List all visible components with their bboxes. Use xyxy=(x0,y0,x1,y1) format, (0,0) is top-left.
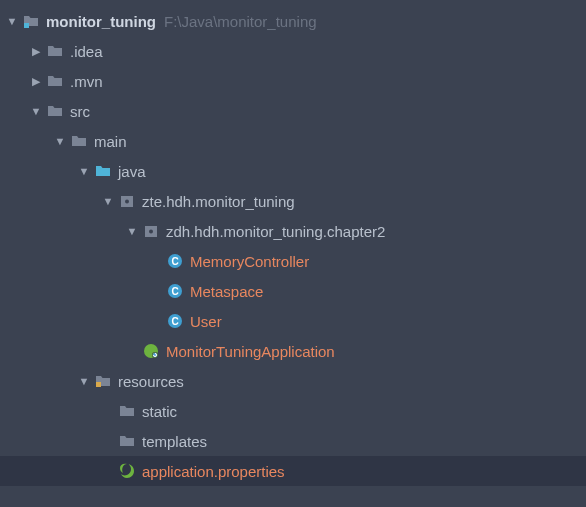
class-label: MemoryController xyxy=(190,253,309,270)
chevron-down-icon: ▼ xyxy=(126,225,138,237)
file-label: application.properties xyxy=(142,463,285,480)
folder-main[interactable]: ▼ main xyxy=(0,126,586,156)
folder-label: static xyxy=(142,403,177,420)
folder-label: java xyxy=(118,163,146,180)
folder-label: .mvn xyxy=(70,73,103,90)
chevron-down-icon: ▼ xyxy=(30,105,42,117)
spring-config-icon xyxy=(118,462,136,480)
package-1[interactable]: ▼ zte.hdh.monitor_tuning xyxy=(0,186,586,216)
folder-icon xyxy=(118,432,136,450)
folder-idea[interactable]: ▶ .idea xyxy=(0,36,586,66)
folder-java[interactable]: ▼ java xyxy=(0,156,586,186)
package-icon xyxy=(118,192,136,210)
class-icon xyxy=(166,252,184,270)
folder-icon xyxy=(46,72,64,90)
root-label: monitor_tuning xyxy=(46,13,156,30)
class-label: Metaspace xyxy=(190,283,263,300)
chevron-down-icon: ▼ xyxy=(78,165,90,177)
package-label: zte.hdh.monitor_tuning xyxy=(142,193,295,210)
class-memory-controller[interactable]: MemoryController xyxy=(0,246,586,276)
class-icon xyxy=(166,282,184,300)
class-metaspace[interactable]: Metaspace xyxy=(0,276,586,306)
package-2[interactable]: ▼ zdh.hdh.monitor_tuning.chapter2 xyxy=(0,216,586,246)
spring-boot-icon xyxy=(142,342,160,360)
source-folder-icon xyxy=(94,162,112,180)
class-user[interactable]: User xyxy=(0,306,586,336)
class-icon xyxy=(166,312,184,330)
class-label: User xyxy=(190,313,222,330)
folder-label: src xyxy=(70,103,90,120)
folder-label: main xyxy=(94,133,127,150)
folder-static[interactable]: static xyxy=(0,396,586,426)
resources-folder-icon xyxy=(94,372,112,390)
folder-mvn[interactable]: ▶ .mvn xyxy=(0,66,586,96)
package-label: zdh.hdh.monitor_tuning.chapter2 xyxy=(166,223,385,240)
chevron-down-icon: ▼ xyxy=(6,15,18,27)
folder-resources[interactable]: ▼ resources xyxy=(0,366,586,396)
class-application[interactable]: MonitorTuningApplication xyxy=(0,336,586,366)
folder-templates[interactable]: templates xyxy=(0,426,586,456)
chevron-down-icon: ▼ xyxy=(102,195,114,207)
chevron-right-icon: ▶ xyxy=(30,45,42,58)
class-label: MonitorTuningApplication xyxy=(166,343,335,360)
folder-icon xyxy=(46,102,64,120)
tree-root[interactable]: ▼ monitor_tuning F:\Java\monitor_tuning xyxy=(0,6,586,36)
file-application-properties[interactable]: application.properties xyxy=(0,456,586,486)
folder-src[interactable]: ▼ src xyxy=(0,96,586,126)
folder-label: .idea xyxy=(70,43,103,60)
chevron-down-icon: ▼ xyxy=(54,135,66,147)
folder-icon xyxy=(70,132,88,150)
module-folder-icon xyxy=(22,12,40,30)
folder-label: resources xyxy=(118,373,184,390)
chevron-down-icon: ▼ xyxy=(78,375,90,387)
package-icon xyxy=(142,222,160,240)
folder-label: templates xyxy=(142,433,207,450)
root-path: F:\Java\monitor_tuning xyxy=(164,13,317,30)
folder-icon xyxy=(46,42,64,60)
folder-icon xyxy=(118,402,136,420)
chevron-right-icon: ▶ xyxy=(30,75,42,88)
